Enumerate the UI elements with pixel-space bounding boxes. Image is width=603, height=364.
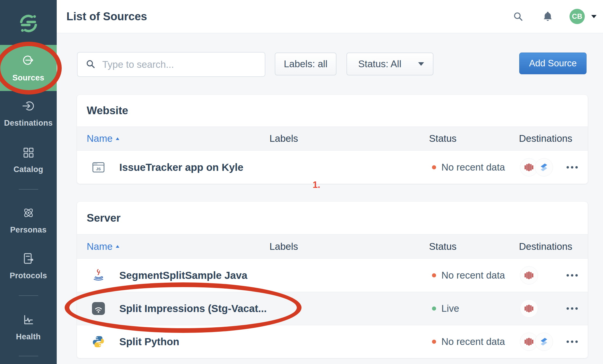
- dropdown-caret-icon: [418, 62, 424, 66]
- sort-ascending-icon: [116, 245, 119, 248]
- column-header-status: Status: [429, 241, 457, 252]
- account-menu-caret-icon[interactable]: [591, 15, 597, 18]
- sources-icon: [22, 53, 35, 68]
- row-overflow-menu[interactable]: [565, 271, 579, 279]
- sort-ascending-icon: [116, 137, 119, 140]
- destination-badge-redshift-icon[interactable]: [520, 299, 538, 318]
- sidebar-item-label: Sources: [12, 73, 44, 82]
- sidebar-item-label: Catalog: [14, 165, 43, 174]
- source-status: No recent data: [432, 336, 505, 347]
- notifications-bell-icon[interactable]: [542, 11, 553, 22]
- source-status: Live: [432, 303, 459, 314]
- status-text: No recent data: [441, 270, 505, 281]
- source-row-split-python[interactable]: Split Python No recent data: [77, 325, 588, 358]
- destination-badges: [520, 266, 538, 284]
- labels-filter-label: Labels: all: [284, 58, 328, 70]
- source-row-java[interactable]: SegmentSplitSample Java No recent data: [77, 259, 588, 292]
- section-title: Website: [87, 105, 128, 117]
- destination-badges: [520, 158, 553, 176]
- server-section-card: Server Name Labels Status Destinations: [77, 202, 588, 358]
- sidebar-item-label: Health: [16, 332, 41, 341]
- sidebar-divider: [19, 295, 38, 296]
- sidebar-divider: [19, 189, 38, 190]
- source-row-split-impressions[interactable]: Split Impressions (Stg-Vacat... Live: [77, 292, 588, 325]
- sidebar-item-protocols[interactable]: Protocols: [0, 252, 57, 280]
- header-actions: CB: [512, 9, 603, 24]
- search-input-icon: [85, 59, 96, 70]
- column-header-status: Status: [429, 133, 457, 144]
- sidebar-divider: [19, 356, 38, 356]
- column-header-labels: Labels: [269, 133, 298, 144]
- source-row-issuetracker[interactable]: JS IssueTracker app on Kyle No recent da…: [77, 151, 588, 184]
- row-overflow-menu[interactable]: [565, 304, 579, 313]
- sidebar-item-destinations[interactable]: Destinations: [0, 99, 57, 128]
- sidebar-item-personas[interactable]: Personas: [0, 206, 57, 235]
- protocols-icon: [22, 252, 35, 267]
- status-text: Live: [441, 303, 459, 314]
- personas-atom-icon: [22, 206, 35, 221]
- health-chart-icon: [22, 313, 35, 328]
- table-header-row: Name Labels Status Destinations: [77, 234, 588, 259]
- destinations-icon: [22, 99, 35, 114]
- row-overflow-menu[interactable]: [565, 163, 579, 171]
- sidebar-item-label: Destinations: [4, 119, 53, 128]
- destination-badge-split-icon[interactable]: [535, 158, 553, 176]
- top-header: List of Sources CB: [57, 0, 603, 33]
- column-header-name-label: Name: [87, 241, 113, 252]
- source-status: No recent data: [432, 270, 505, 281]
- section-title-row: Website: [77, 95, 588, 127]
- sidebar-item-label: Personas: [10, 225, 47, 235]
- status-text: No recent data: [441, 336, 505, 347]
- destination-badge-redshift-icon[interactable]: [520, 266, 538, 284]
- status-dot-warning: [432, 165, 436, 169]
- table-header-row: Name Labels Status Destinations: [77, 127, 588, 151]
- status-dot-live: [432, 306, 436, 311]
- source-name: Split Impressions (Stg-Vacat...: [119, 303, 267, 314]
- sidebar-item-health[interactable]: Health: [0, 313, 57, 341]
- labels-filter-button[interactable]: Labels: all: [275, 53, 336, 75]
- add-source-label: Add Source: [529, 58, 577, 69]
- wifi-device-icon: [92, 302, 105, 315]
- java-icon: [92, 269, 105, 282]
- sidebar-item-label: Protocols: [10, 271, 47, 280]
- sidebar-item-sources[interactable]: Sources: [0, 45, 57, 91]
- website-section-card: Website Name Labels Status Destinations …: [77, 95, 588, 184]
- source-status: No recent data: [432, 162, 505, 173]
- app-root: Sources Destinations Cata: [0, 0, 603, 364]
- source-name: Split Python: [119, 336, 179, 348]
- status-text: No recent data: [441, 162, 505, 173]
- svg-text:JS: JS: [96, 166, 101, 171]
- user-avatar[interactable]: CB: [570, 9, 585, 24]
- python-icon: [92, 335, 105, 348]
- status-filter-label: Status: All: [358, 58, 401, 70]
- row-overflow-menu[interactable]: [565, 338, 579, 346]
- search-icon[interactable]: [512, 11, 524, 22]
- column-header-destinations: Destinations: [519, 241, 572, 252]
- status-filter-dropdown[interactable]: Status: All: [346, 53, 433, 75]
- section-title: Server: [87, 212, 120, 224]
- status-dot-warning: [432, 273, 436, 277]
- column-header-name[interactable]: Name: [87, 133, 119, 144]
- section-title-row: Server: [77, 202, 588, 234]
- segment-logo[interactable]: [0, 14, 57, 33]
- column-header-name[interactable]: Name: [87, 241, 119, 252]
- sidebar-item-catalog[interactable]: Catalog: [0, 146, 57, 174]
- source-name: SegmentSplitSample Java: [119, 269, 247, 281]
- search-input[interactable]: [102, 59, 265, 70]
- add-source-button[interactable]: Add Source: [519, 53, 587, 74]
- source-name: IssueTracker app on Kyle: [119, 161, 243, 173]
- column-header-labels: Labels: [269, 241, 298, 252]
- sidebar: Sources Destinations Cata: [0, 0, 57, 364]
- destination-badges: [520, 333, 553, 351]
- catalog-grid-icon: [22, 146, 35, 160]
- page-title: List of Sources: [66, 10, 147, 23]
- destination-badge-split-icon[interactable]: [535, 333, 553, 351]
- status-dot-warning: [432, 340, 436, 344]
- column-header-destinations: Destinations: [519, 133, 572, 144]
- destination-badges: [520, 299, 538, 318]
- column-header-name-label: Name: [87, 133, 113, 144]
- source-search: [77, 52, 265, 77]
- javascript-browser-icon: JS: [92, 161, 105, 174]
